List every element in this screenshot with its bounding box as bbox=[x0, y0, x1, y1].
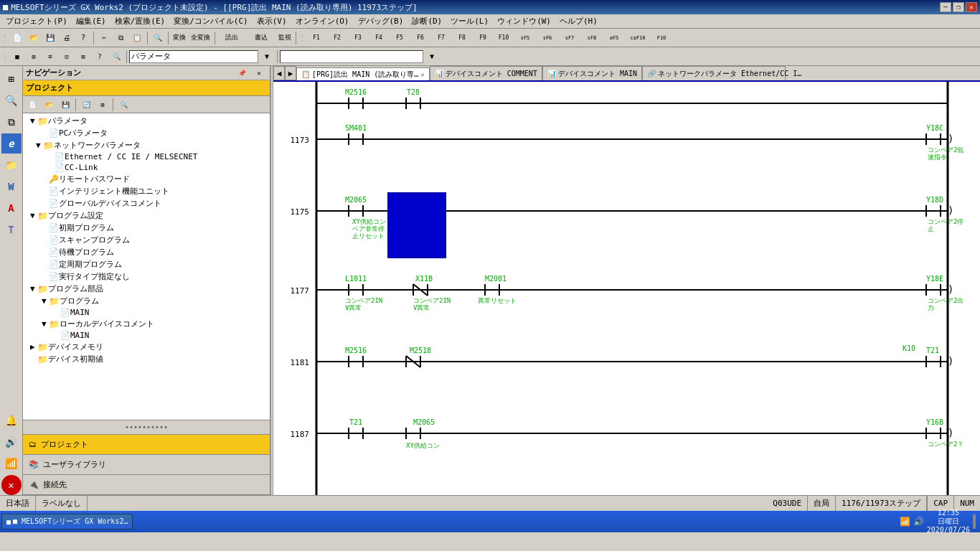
tb-f6[interactable]: F6 bbox=[410, 30, 430, 46]
tb-f3[interactable]: F3 bbox=[348, 30, 368, 46]
help-button[interactable]: ? bbox=[75, 30, 91, 46]
tree-item-prog-config[interactable]: ▼ 📁 プログラム設定 bbox=[24, 209, 268, 222]
tb-caf10[interactable]: caF10 bbox=[626, 30, 650, 46]
tb-f1[interactable]: F1 bbox=[306, 30, 326, 46]
menu-convert[interactable]: 変換/コンパイル(C) bbox=[169, 14, 253, 28]
tree-item-intelli[interactable]: 📄 インテリジェント機能ユニット bbox=[24, 185, 268, 197]
print-button[interactable]: 🖨 bbox=[59, 30, 75, 46]
network-icon[interactable]: 📶 bbox=[1, 453, 22, 474]
cut-button[interactable]: ✂ bbox=[96, 30, 112, 46]
tab-dev-comment[interactable]: 📊 デバイスコメント COMMENT bbox=[430, 66, 542, 80]
tb-af5[interactable]: aF5 bbox=[603, 30, 625, 46]
tb-f2[interactable]: F2 bbox=[327, 30, 347, 46]
tree-item-prog-parts[interactable]: ▼ 📁 プログラム部品 bbox=[24, 283, 268, 295]
acrobat-icon[interactable]: A bbox=[1, 198, 22, 218]
nav-close-button[interactable]: ✕ bbox=[251, 67, 267, 79]
expand-local-dev[interactable]: ▼ bbox=[42, 319, 49, 329]
tree-item-remote-pw[interactable]: 🔑 リモートパスワード bbox=[24, 173, 268, 185]
edge-browser-icon[interactable]: e bbox=[1, 133, 22, 154]
nav-save-btn[interactable]: 💾 bbox=[57, 97, 73, 113]
menu-view[interactable]: 表示(V) bbox=[253, 14, 291, 28]
tb2-btn2[interactable]: ⊞ bbox=[26, 49, 42, 65]
windows-start-icon[interactable]: ⊞ bbox=[1, 69, 22, 89]
nav-connection-btn[interactable]: 🔌 接続先 bbox=[23, 475, 270, 495]
tab-dev-main[interactable]: 📊 デバイスコメント MAIN bbox=[542, 66, 642, 80]
menu-help[interactable]: ヘルプ(H) bbox=[555, 14, 602, 28]
notifications-icon[interactable]: 🔔 bbox=[1, 410, 22, 430]
tb-f10[interactable]: F10 bbox=[494, 30, 514, 46]
minimize-button[interactable]: ─ bbox=[940, 2, 951, 12]
tb2-btn5[interactable]: ⊞ bbox=[75, 49, 91, 65]
param-dropdown-btn[interactable]: ▼ bbox=[259, 49, 275, 65]
search-sidebar-icon[interactable]: 🔍 bbox=[1, 90, 22, 110]
tree-item-ethernet[interactable]: 📄 Ethernet / CC IE / MELSECNET bbox=[24, 151, 268, 162]
tb-f11[interactable]: F10 bbox=[651, 30, 672, 46]
tab-prg-close[interactable]: ✕ bbox=[420, 71, 424, 78]
tab-next-btn[interactable]: ▶ bbox=[285, 66, 296, 80]
tree-item-local-dev[interactable]: ▼ 📁 ローカルデバイスコメント bbox=[24, 318, 268, 330]
tree-item-pc-params[interactable]: 📄 PCパラメータ bbox=[24, 127, 268, 139]
build-button[interactable]: 全変換 bbox=[189, 30, 212, 46]
tb2-btn1[interactable]: ■ bbox=[9, 49, 25, 65]
tb2-btn4[interactable]: ⊡ bbox=[59, 49, 75, 65]
tree-item-scan-prog[interactable]: 📄 スキャンプログラム bbox=[24, 234, 268, 246]
diagram-area[interactable]: M2516 T28 1173 SM401 bbox=[273, 82, 980, 495]
tb-f5[interactable]: F5 bbox=[390, 30, 410, 46]
expand-params[interactable]: ▼ bbox=[30, 116, 37, 126]
tb-shift-f3[interactable]: sF7 bbox=[559, 30, 580, 46]
word-icon[interactable]: W bbox=[1, 176, 22, 197]
task-view-icon[interactable]: ⧉ bbox=[1, 112, 22, 132]
nav-new-btn[interactable]: 📄 bbox=[24, 97, 40, 113]
expand-prog-config[interactable]: ▼ bbox=[30, 211, 37, 220]
tb-shift-f4[interactable]: sF8 bbox=[581, 30, 603, 46]
tb-shift-f2[interactable]: sF6 bbox=[537, 30, 558, 46]
tree-item-standby[interactable]: 📄 待機プログラム bbox=[24, 246, 268, 258]
online-button[interactable]: 読出 bbox=[217, 30, 246, 46]
restore-button[interactable]: ❐ bbox=[953, 2, 964, 12]
tab-network-param[interactable]: 🔗 ネットワークパラメータ Ethernet/CC I… bbox=[642, 66, 786, 80]
tree-item-program[interactable]: ▼ 📁 プログラム bbox=[24, 295, 268, 307]
tree-item-dev-init[interactable]: 📁 デバイス初期値 bbox=[24, 353, 268, 365]
tree-item-cclink[interactable]: 📄 CC-Link bbox=[24, 162, 268, 173]
error-icon[interactable]: ✕ bbox=[1, 475, 22, 495]
nav-search-btn[interactable]: 🔍 bbox=[116, 97, 131, 113]
tree-item-periodic[interactable]: 📄 定周期プログラム bbox=[24, 258, 268, 270]
save-button[interactable]: 💾 bbox=[42, 30, 58, 46]
tb-f9[interactable]: F9 bbox=[473, 30, 493, 46]
tb-f4[interactable]: F4 bbox=[369, 30, 389, 46]
paste-button[interactable]: 📋 bbox=[129, 30, 145, 46]
menu-search[interactable]: 検索/置換(E) bbox=[110, 14, 170, 28]
nav-pin-button[interactable]: 📌 bbox=[234, 67, 250, 79]
write-button[interactable]: 書込 bbox=[247, 30, 275, 46]
tb-f8[interactable]: F8 bbox=[452, 30, 472, 46]
menu-project[interactable]: プロジェクト(P) bbox=[1, 14, 72, 28]
tree-item-global-dev[interactable]: 📄 グローバルデバイスコメント bbox=[24, 197, 268, 209]
expand-network[interactable]: ▼ bbox=[36, 141, 43, 150]
show-desktop-btn[interactable] bbox=[973, 514, 976, 529]
tab-prg-main[interactable]: 📋 [PRG]読出 MAIN (読み取り専… ✕ bbox=[296, 67, 430, 82]
tb2-btn3[interactable]: ≡ bbox=[42, 49, 58, 65]
open-button[interactable]: 📂 bbox=[26, 30, 42, 46]
param-dropdown[interactable]: パラメータ bbox=[129, 50, 258, 63]
menu-debug[interactable]: デバッグ(B) bbox=[354, 14, 408, 28]
menu-window[interactable]: ウィンドウ(W) bbox=[493, 14, 555, 28]
nav-refresh-btn[interactable]: 🔄 bbox=[78, 97, 94, 113]
expand-program[interactable]: ▼ bbox=[42, 296, 49, 306]
compile-button[interactable]: 変換 bbox=[171, 30, 188, 46]
file-explorer-icon[interactable]: 📁 bbox=[1, 155, 22, 175]
menu-diag[interactable]: 診断(D) bbox=[407, 14, 446, 28]
melsoft-taskbar-btn[interactable]: ■ ■ MELSOFTシリーズ GX Works2… bbox=[1, 514, 133, 529]
menu-edit[interactable]: 編集(E) bbox=[72, 14, 110, 28]
tb2-btn6[interactable]: ? bbox=[92, 49, 108, 65]
search-go-btn[interactable]: ▼ bbox=[424, 49, 440, 65]
tree-item-exec-type[interactable]: 📄 実行タイプ指定なし bbox=[24, 270, 268, 283]
tree-item-params[interactable]: ▼ 📁 パラメータ bbox=[24, 115, 268, 127]
tree-item-main[interactable]: 📄 MAIN bbox=[24, 307, 268, 318]
find-button[interactable]: 🔍 bbox=[150, 30, 166, 46]
speakers-icon[interactable]: 🔊 bbox=[1, 432, 22, 452]
monitor-button[interactable]: 監視 bbox=[276, 30, 293, 46]
nav-open-btn[interactable]: 📂 bbox=[41, 97, 57, 113]
tree-item-dev-mem[interactable]: ▶ 📁 デバイスメモリ bbox=[24, 341, 268, 353]
tree-item-network[interactable]: ▼ 📁 ネットワークパラメータ bbox=[24, 139, 268, 151]
close-button[interactable]: ✕ bbox=[966, 2, 977, 12]
